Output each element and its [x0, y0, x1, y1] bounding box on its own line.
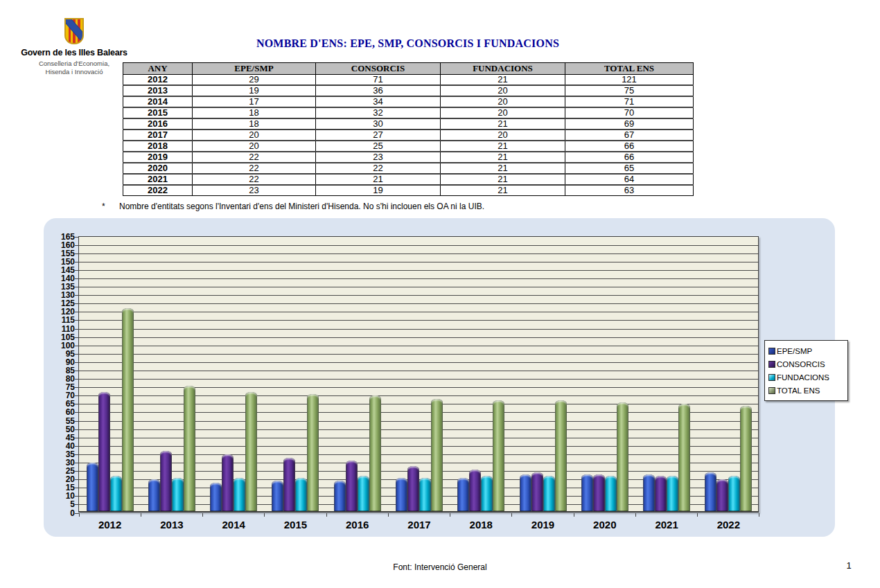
grid-line [79, 354, 758, 355]
table-cell-value: 18 [193, 107, 316, 118]
legend-label: CONSORCIS [777, 360, 825, 368]
table-cell-value: 64 [565, 174, 694, 185]
x-axis-tick [574, 513, 574, 517]
org-dept-line2: Hisenda i Innovació [19, 68, 129, 76]
table-cell-value: 20 [193, 130, 316, 141]
y-axis-tick [75, 312, 79, 312]
x-axis-tick [450, 513, 450, 517]
table-row: 201922232166 [123, 152, 694, 163]
y-axis-tick [75, 429, 79, 430]
table-cell-value: 25 [316, 141, 441, 152]
table-cell-value: 27 [316, 130, 441, 141]
bar-fundacions [728, 476, 740, 511]
y-axis-tick [75, 387, 79, 388]
y-axis-tick [75, 320, 79, 321]
balearic-shield-icon [64, 18, 84, 44]
y-tick-label: 60 [45, 408, 75, 417]
bar-total-ens [740, 406, 752, 511]
y-axis-tick [75, 337, 79, 338]
grid-line [79, 421, 758, 422]
table-cell-value: 23 [193, 185, 316, 196]
y-tick-label: 130 [45, 291, 75, 300]
y-tick-label: 135 [45, 283, 75, 292]
table-cell-value: 22 [316, 163, 441, 174]
y-tick-label: 20 [45, 475, 75, 484]
table-cell-value: 21 [441, 141, 565, 152]
bar-fundacions [172, 478, 184, 511]
table-cell-value: 21 [441, 174, 565, 185]
table-column-header: TOTAL ENS [565, 63, 694, 75]
grid-line [79, 245, 758, 246]
x-tick-label: 2013 [141, 519, 202, 531]
grid-line [79, 463, 758, 463]
y-axis-tick [75, 262, 79, 262]
x-tick-label: 2014 [203, 519, 265, 531]
y-axis-tick [75, 421, 79, 422]
grid-line [79, 303, 758, 304]
table-column-header: FUNDACIONS [441, 63, 565, 75]
x-tick-label: 2022 [698, 519, 759, 531]
y-tick-label: 65 [45, 400, 75, 409]
x-axis-tick [202, 513, 203, 517]
bar-fundacions [481, 476, 493, 511]
y-tick-label: 80 [45, 375, 75, 384]
y-tick-label: 110 [45, 325, 75, 334]
y-tick-label: 70 [45, 391, 75, 400]
y-tick-label: 0 [45, 509, 75, 518]
y-tick-label: 30 [45, 458, 75, 467]
bar-total-ens [493, 400, 504, 511]
table-cell-value: 34 [316, 96, 441, 107]
table-cell-value: 21 [441, 163, 565, 174]
x-tick-label: 2021 [635, 519, 697, 531]
grid-line [79, 253, 758, 254]
y-tick-label: 160 [45, 241, 75, 250]
y-axis-tick [75, 371, 79, 371]
bar-fundacions [605, 476, 617, 511]
y-tick-label: 50 [45, 425, 75, 434]
grid-line [79, 395, 758, 396]
x-axis-tick [697, 513, 698, 517]
bar-epe-smp [396, 478, 407, 511]
footnote-marker: * [102, 202, 105, 211]
grid-line [79, 337, 758, 338]
bar-epe-smp [272, 481, 283, 511]
table-row: 202022222165 [123, 163, 694, 174]
table-cell-year: 2020 [123, 163, 193, 174]
y-axis-tick [75, 496, 79, 497]
y-tick-label: 55 [45, 417, 75, 426]
grid-line [79, 404, 758, 404]
y-tick-label: 120 [45, 308, 75, 317]
bar-fundacions [543, 476, 555, 511]
bar-consorcis [531, 472, 543, 511]
grid-line [79, 412, 758, 413]
legend-swatch-icon [768, 374, 775, 381]
ens-table: ANYEPE/SMPCONSORCISFUNDACIONSTOTAL ENS 2… [123, 62, 694, 196]
bar-fundacions [234, 478, 245, 511]
table-cell-value: 19 [316, 185, 441, 196]
grid-line [79, 329, 758, 330]
table-cell-value: 19 [193, 85, 316, 96]
grid-line [79, 287, 758, 287]
table-cell-value: 20 [193, 141, 316, 152]
table-cell-year: 2013 [123, 85, 193, 96]
legend-item: CONSORCIS [768, 357, 845, 371]
bar-consorcis [593, 474, 605, 511]
y-tick-label: 150 [45, 258, 75, 267]
y-tick-label: 165 [45, 233, 75, 242]
grid-line [79, 438, 758, 438]
x-tick-label: 2012 [79, 519, 141, 531]
y-axis-tick [75, 362, 79, 363]
bar-consorcis [469, 470, 481, 511]
table-cell-year: 2017 [123, 130, 193, 141]
table-column-header: EPE/SMP [193, 63, 316, 75]
bar-consorcis [222, 454, 234, 511]
y-tick-label: 45 [45, 434, 75, 443]
x-axis-tick [759, 513, 759, 517]
bar-total-ens [678, 404, 690, 511]
table-cell-value: 36 [316, 85, 441, 96]
bar-total-ens [555, 400, 567, 511]
bar-epe-smp [457, 478, 469, 511]
bar-consorcis [716, 479, 728, 511]
grid-line [79, 362, 758, 363]
bar-total-ens [122, 308, 134, 511]
